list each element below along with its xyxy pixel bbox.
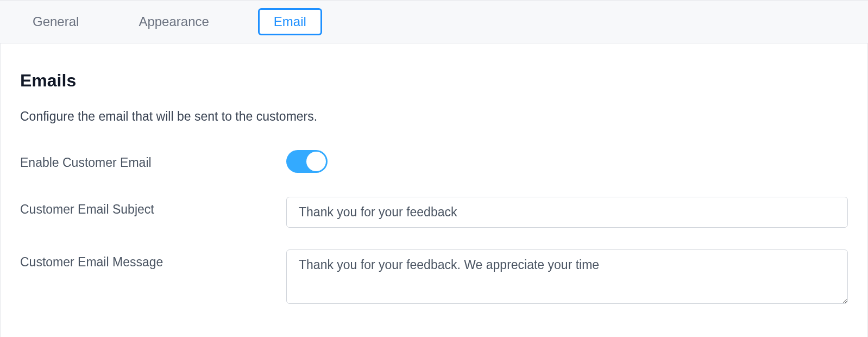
customer-email-message-label: Customer Email Message xyxy=(20,249,286,270)
tabs-bar: General Appearance Email xyxy=(0,0,868,43)
toggle-knob xyxy=(306,152,326,171)
tab-general[interactable]: General xyxy=(22,9,90,35)
row-enable-customer-email: Enable Customer Email xyxy=(20,150,848,175)
enable-customer-email-toggle[interactable] xyxy=(286,150,328,173)
customer-email-subject-label: Customer Email Subject xyxy=(20,197,286,217)
section-title: Emails xyxy=(20,71,848,91)
customer-email-subject-input[interactable] xyxy=(286,197,848,228)
tab-appearance[interactable]: Appearance xyxy=(128,9,219,35)
row-customer-email-message: Customer Email Message Thank you for you… xyxy=(20,249,848,306)
row-customer-email-subject: Customer Email Subject xyxy=(20,197,848,228)
section-description: Configure the email that will be sent to… xyxy=(20,109,848,124)
email-settings-panel: Emails Configure the email that will be … xyxy=(0,43,868,337)
tab-email[interactable]: Email xyxy=(258,8,322,35)
customer-email-message-textarea[interactable]: Thank you for your feedback. We apprecia… xyxy=(286,249,848,304)
enable-customer-email-label: Enable Customer Email xyxy=(20,150,286,170)
